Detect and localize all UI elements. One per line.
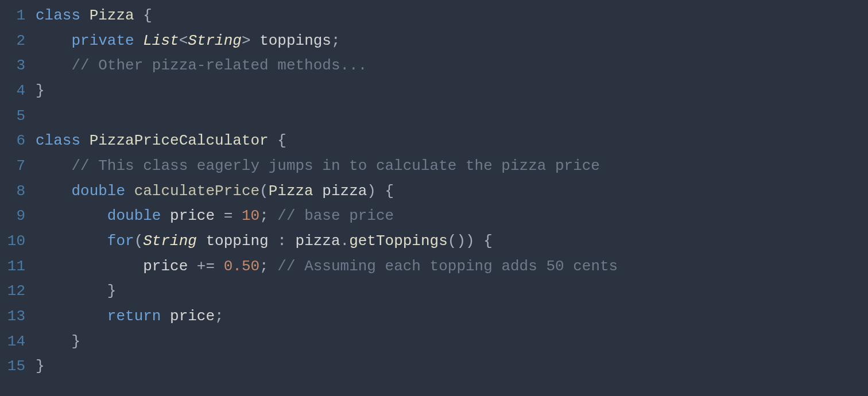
token-text bbox=[251, 32, 260, 49]
code-line[interactable]: price += 0.50; // Assuming each topping … bbox=[36, 254, 868, 279]
token-punct: } bbox=[36, 358, 45, 375]
token-keyword: for bbox=[107, 232, 134, 250]
token-punct: } bbox=[71, 333, 80, 350]
code-line[interactable]: // Other pizza-related methods... bbox=[36, 53, 868, 79]
token-comment: // Assuming each topping adds 50 cents bbox=[277, 258, 618, 275]
token-text bbox=[215, 207, 224, 224]
token-punct: { bbox=[143, 7, 152, 24]
token-punct: > bbox=[242, 32, 251, 49]
token-text bbox=[376, 183, 385, 200]
code-line[interactable]: class Pizza { bbox=[36, 3, 868, 29]
code-line[interactable]: for(String topping : pizza.getToppings()… bbox=[36, 229, 868, 254]
token-punct: { bbox=[483, 232, 493, 250]
token-keyword: double bbox=[71, 183, 125, 200]
line-number: 5 bbox=[0, 104, 25, 129]
code-line[interactable]: class PizzaPriceCalculator { bbox=[36, 129, 868, 154]
token-keyword: double bbox=[107, 207, 161, 224]
token-text bbox=[269, 207, 278, 224]
token-comment: // base price bbox=[277, 207, 394, 224]
token-punct: ; bbox=[331, 32, 340, 49]
code-line[interactable]: // This class eagerly jumps in to calcul… bbox=[36, 154, 868, 179]
code-line[interactable] bbox=[36, 104, 868, 129]
token-identifier: price bbox=[170, 207, 215, 224]
token-operator: = bbox=[224, 207, 233, 224]
token-keyword: class bbox=[36, 7, 80, 24]
line-number: 3 bbox=[0, 53, 25, 79]
token-number: 0.50 bbox=[224, 258, 259, 275]
token-text bbox=[188, 258, 197, 275]
token-operator: += bbox=[197, 258, 215, 275]
token-punct: () bbox=[448, 232, 466, 250]
token-text bbox=[134, 32, 144, 49]
token-method: calculatePrice bbox=[134, 183, 259, 200]
line-number: 4 bbox=[0, 79, 25, 104]
token-punct: ; bbox=[215, 308, 224, 325]
line-number: 1 bbox=[0, 3, 25, 29]
code-line[interactable]: double calculatePrice(Pizza pizza) { bbox=[36, 179, 868, 204]
token-text bbox=[161, 308, 170, 325]
token-punct: ) bbox=[367, 183, 376, 200]
line-number-gutter: 123456789101112131415 bbox=[0, 3, 36, 396]
line-number: 2 bbox=[0, 29, 25, 54]
line-number: 9 bbox=[0, 204, 25, 229]
token-identifier: toppings bbox=[259, 32, 331, 49]
token-punct: ( bbox=[134, 232, 144, 250]
token-punct: } bbox=[36, 82, 45, 99]
token-keyword: private bbox=[71, 32, 134, 49]
token-methodcall: getToppings bbox=[349, 232, 448, 250]
token-text bbox=[475, 232, 484, 250]
code-line[interactable]: double price = 10; // base price bbox=[36, 204, 868, 229]
token-type: List bbox=[143, 32, 179, 49]
code-line[interactable]: private List<String> toppings; bbox=[36, 29, 868, 54]
line-number: 7 bbox=[0, 154, 25, 179]
code-line[interactable]: } bbox=[36, 354, 868, 379]
line-number: 11 bbox=[0, 254, 25, 279]
token-text bbox=[215, 258, 224, 275]
token-number: 10 bbox=[242, 207, 259, 224]
line-number: 10 bbox=[0, 229, 25, 254]
line-number: 6 bbox=[0, 129, 25, 154]
code-area[interactable]: class Pizza { private List<String> toppi… bbox=[36, 3, 868, 396]
token-punct: { bbox=[277, 132, 286, 149]
token-comment: // This class eagerly jumps in to calcul… bbox=[71, 157, 600, 174]
token-identifier: pizza bbox=[322, 183, 367, 200]
token-identifier: price bbox=[143, 258, 188, 275]
token-text bbox=[134, 7, 144, 24]
token-identifier: pizza bbox=[296, 232, 340, 250]
token-type: String bbox=[188, 32, 242, 49]
token-text bbox=[80, 132, 90, 149]
token-punct: ; bbox=[259, 258, 269, 275]
token-comment: // Other pizza-related methods... bbox=[71, 57, 367, 74]
token-text bbox=[125, 183, 134, 200]
token-text bbox=[269, 232, 278, 250]
token-punct: < bbox=[179, 32, 188, 49]
code-line[interactable]: } bbox=[36, 279, 868, 304]
token-keyword: class bbox=[36, 132, 80, 149]
token-text bbox=[197, 232, 206, 250]
token-punct: ) bbox=[466, 232, 475, 250]
code-line[interactable]: } bbox=[36, 79, 868, 104]
token-identifier: price bbox=[170, 308, 215, 325]
token-text bbox=[269, 258, 278, 275]
line-number: 12 bbox=[0, 279, 25, 304]
token-identifier: topping bbox=[206, 232, 268, 250]
code-line[interactable]: } bbox=[36, 329, 868, 355]
token-punct: } bbox=[107, 282, 117, 300]
token-punct: ; bbox=[259, 207, 269, 224]
line-number: 15 bbox=[0, 354, 25, 379]
code-editor[interactable]: 123456789101112131415 class Pizza { priv… bbox=[0, 0, 868, 396]
token-type: String bbox=[143, 232, 197, 250]
code-line[interactable]: return price; bbox=[36, 304, 868, 329]
token-operator: : bbox=[277, 232, 286, 250]
line-number: 14 bbox=[0, 329, 25, 355]
token-classname: Pizza bbox=[90, 7, 134, 24]
line-number: 13 bbox=[0, 304, 25, 329]
token-text bbox=[232, 207, 242, 224]
token-keyword: return bbox=[107, 308, 161, 325]
token-text bbox=[313, 183, 323, 200]
token-text bbox=[286, 232, 296, 250]
line-number: 8 bbox=[0, 179, 25, 204]
token-text bbox=[80, 7, 90, 24]
token-text bbox=[269, 132, 278, 149]
token-classname: Pizza bbox=[269, 183, 313, 200]
